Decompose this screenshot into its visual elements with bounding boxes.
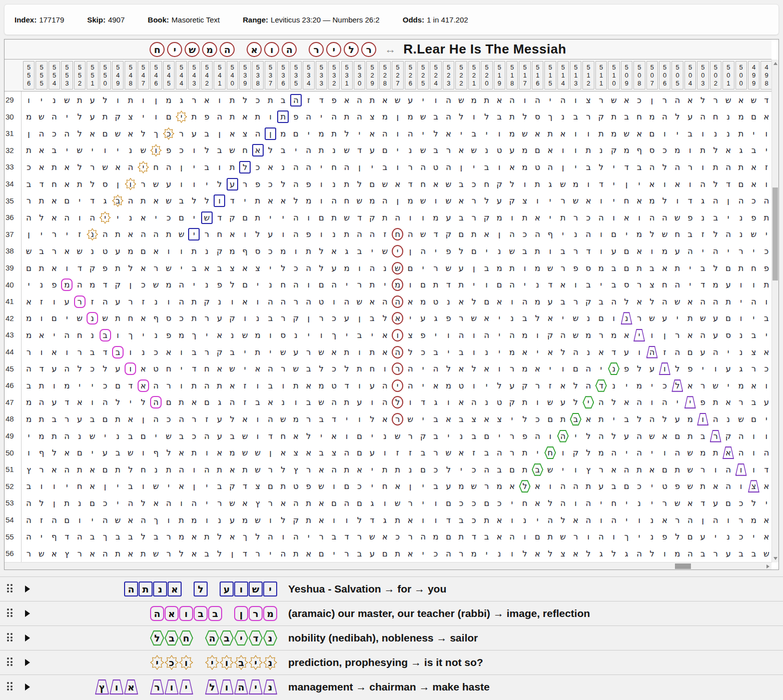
matrix-cell[interactable]: כ (137, 278, 150, 292)
matrix-cell[interactable]: ה (518, 295, 531, 308)
matrix-cell[interactable]: ו (48, 295, 61, 308)
matrix-cell[interactable]: כ (493, 496, 506, 510)
matrix-cell[interactable]: ב (429, 430, 442, 442)
matrix-cell[interactable]: ל (671, 362, 683, 376)
matrix-cell[interactable]: ו (302, 278, 315, 292)
matrix-cell[interactable]: ה (201, 379, 213, 392)
matrix-cell[interactable]: ק (226, 312, 239, 325)
matrix-cell[interactable]: ש (417, 194, 429, 208)
matrix-cell[interactable]: ר (163, 547, 175, 560)
matrix-cell[interactable]: ל (213, 178, 226, 190)
matrix-cell[interactable]: ש (74, 144, 86, 157)
matrix-cell[interactable]: ה (404, 228, 417, 241)
matrix-cell[interactable]: ה (633, 430, 645, 442)
matrix-cell[interactable]: ר (658, 496, 671, 510)
matrix-cell[interactable]: ת (468, 228, 480, 241)
matrix-cell[interactable]: ה (735, 446, 747, 460)
matrix-cell[interactable]: ת (175, 396, 188, 409)
matrix-cell[interactable]: ה (506, 530, 518, 544)
matrix-cell[interactable]: ך (544, 110, 556, 124)
matrix-cell[interactable]: כ (760, 244, 772, 258)
matrix-cell[interactable]: ל (353, 178, 366, 190)
matrix-cell[interactable]: ע (328, 262, 340, 274)
matrix-cell[interactable]: י (544, 194, 556, 208)
matrix-cell[interactable]: ע (290, 346, 302, 358)
matrix-cell[interactable]: ע (595, 480, 607, 493)
matrix-cell[interactable]: ה (709, 514, 722, 526)
matrix-cell[interactable]: ה (557, 328, 569, 342)
matrix-cell[interactable]: ה (646, 412, 658, 426)
matrix-cell[interactable]: ק (201, 295, 213, 308)
matrix-cell[interactable]: ב (493, 463, 506, 476)
matrix-cell[interactable]: י (760, 496, 772, 510)
matrix-cell[interactable]: ה (328, 396, 340, 409)
matrix-cell[interactable]: ה (341, 295, 353, 308)
matrix-cell[interactable]: ו (747, 278, 760, 292)
matrix-cell[interactable]: ק (506, 396, 518, 409)
matrix-cell[interactable]: א (379, 530, 391, 544)
matrix-cell[interactable]: ם (531, 530, 544, 544)
matrix-cell[interactable]: כ (468, 514, 480, 526)
matrix-cell[interactable]: י (747, 312, 760, 325)
matrix-cell[interactable]: ו (163, 514, 175, 526)
matrix-cell[interactable]: כ (468, 178, 480, 190)
matrix-cell[interactable]: ת (366, 346, 378, 358)
matrix-cell[interactable]: ר (455, 312, 467, 325)
matrix-cell[interactable]: ו (239, 312, 251, 325)
matrix-cell[interactable]: ו (582, 530, 594, 544)
matrix-cell[interactable]: ע (709, 312, 722, 325)
matrix-cell[interactable]: ש (239, 430, 251, 442)
matrix-cell[interactable]: ה (722, 160, 734, 174)
matrix-cell[interactable]: ם (163, 110, 175, 124)
matrix-cell[interactable]: א (188, 547, 200, 560)
matrix-cell[interactable]: ת (557, 211, 569, 224)
matrix-cell[interactable]: י (684, 262, 696, 274)
matrix-cell[interactable]: ק (595, 110, 607, 124)
matrix-cell[interactable]: ח (544, 446, 556, 460)
matrix-cell[interactable]: א (557, 278, 569, 292)
matrix-cell[interactable]: ת (760, 278, 772, 292)
matrix-cell[interactable]: א (201, 94, 213, 106)
matrix-cell[interactable]: ו (518, 262, 531, 274)
matrix-cell[interactable]: מ (620, 144, 633, 157)
matrix-cell[interactable]: ש (684, 446, 696, 460)
matrix-cell[interactable]: ה (646, 211, 658, 224)
matrix-cell[interactable]: ל (506, 178, 518, 190)
matrix-cell[interactable]: י (341, 278, 353, 292)
scroll-down-arrow-icon[interactable] (773, 557, 777, 560)
matrix-cell[interactable]: י (35, 530, 48, 544)
matrix-cell[interactable]: ו (404, 211, 417, 224)
matrix-cell[interactable]: א (455, 144, 467, 157)
matrix-cell[interactable]: ו (735, 480, 747, 493)
matrix-cell[interactable]: ש (442, 178, 455, 190)
matrix-cell[interactable]: ה (23, 496, 35, 510)
matrix-cell[interactable]: פ (696, 396, 709, 409)
matrix-cell[interactable]: ר (595, 463, 607, 476)
matrix-cell[interactable]: ל (442, 463, 455, 476)
matrix-cell[interactable]: ר (201, 312, 213, 325)
matrix-cell[interactable]: נ (557, 110, 569, 124)
drag-handle-icon[interactable] (7, 608, 14, 618)
matrix-cell[interactable]: ה (506, 228, 518, 241)
matrix-cell[interactable]: ו (112, 328, 124, 342)
matrix-cell[interactable]: ש (23, 244, 35, 258)
matrix-cell[interactable]: ה (595, 430, 607, 442)
matrix-cell[interactable]: ה (302, 110, 315, 124)
matrix-cell[interactable]: ם (480, 430, 493, 442)
matrix-cell[interactable]: א (341, 94, 353, 106)
matrix-cell[interactable]: ת (188, 312, 200, 325)
matrix-cell[interactable]: י (188, 228, 200, 241)
matrix-cell[interactable]: ש (506, 244, 518, 258)
matrix-cell[interactable]: א (252, 362, 264, 376)
matrix-cell[interactable]: מ (468, 94, 480, 106)
matrix-cell[interactable]: ר (735, 514, 747, 526)
matrix-cell[interactable]: נ (74, 496, 86, 510)
matrix-cell[interactable]: ה (582, 514, 594, 526)
matrix-cell[interactable]: י (633, 178, 645, 190)
matrix-cell[interactable]: א (709, 480, 722, 493)
matrix-cell[interactable]: ו (760, 430, 772, 442)
matrix-cell[interactable]: ה (620, 463, 633, 476)
matrix-cell[interactable]: ץ (290, 463, 302, 476)
matrix-cell[interactable]: י (417, 480, 429, 493)
matrix-cell[interactable]: א (35, 160, 48, 174)
